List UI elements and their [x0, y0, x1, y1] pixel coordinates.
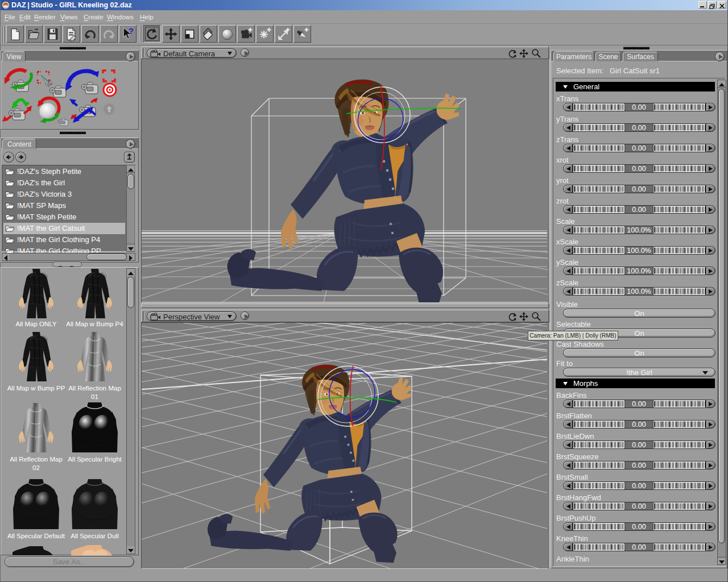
svg-text:?: ?: [129, 27, 134, 36]
